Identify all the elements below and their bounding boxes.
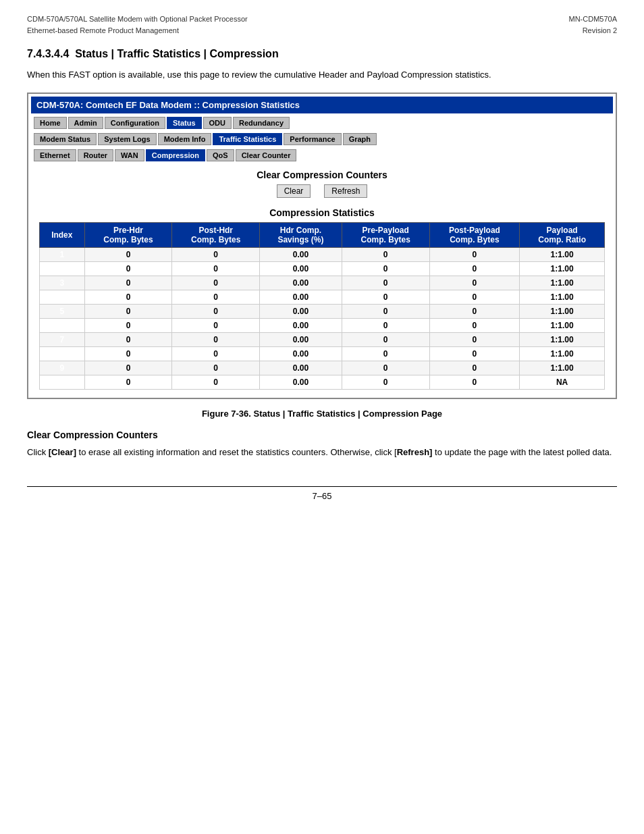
compression-stats-table: Index Pre-HdrComp. Bytes Post-HdrComp. B… [39,222,605,390]
refresh-bold-label: Refresh] [397,447,433,457]
section-title-text: Status | Traffic Statistics | Compressio… [75,48,278,59]
cell-hdr-savings: 0.00 [260,276,342,290]
cell-hdr-savings: 0.00 [260,375,342,389]
cell-pre-hdr: 0 [84,247,172,261]
cell-post-payload: 0 [429,332,520,346]
cell-hdr-savings: 0.00 [260,318,342,332]
nav-modem-status[interactable]: Modem Status [34,133,97,145]
cell-post-payload: 0 [429,375,520,389]
cell-index: 5 [40,304,85,318]
nav-compression[interactable]: Compression [146,149,205,161]
cell-index: 6 [40,318,85,332]
cell-ratio: NA [520,375,605,389]
cell-post-payload: 0 [429,261,520,276]
col-ratio: PayloadComp. Ratio [520,222,605,247]
cell-pre-hdr: 0 [84,375,172,389]
cell-post-hdr: 0 [172,375,260,389]
nav-row-1: Home Admin Configuration Status ODU Redu… [31,115,613,130]
cell-post-hdr: 0 [172,346,260,361]
section-title: 7.4.3.4.4 Status | Traffic Statistics | … [27,48,617,60]
comp-stats-title: Compression Statistics [39,207,605,218]
cell-index: 7 [40,332,85,346]
nav-home[interactable]: Home [34,117,67,129]
nav-redundancy[interactable]: Redundancy [233,117,290,129]
cell-post-payload: 0 [429,318,520,332]
table-row: 3 0 0 0.00 0 0 1:1.00 [40,276,605,290]
nav-clear-counter[interactable]: Clear Counter [236,149,297,161]
screenshot-box: CDM-570A: Comtech EF Data Modem :: Compr… [27,93,617,399]
cell-pre-payload: 0 [342,375,429,389]
clear-button[interactable]: Clear [277,184,311,198]
cell-post-payload: 0 [429,361,520,375]
table-row: 8 0 0 0.00 0 0 1:1.00 [40,346,605,361]
table-row: 1 0 0 0.00 0 0 1:1.00 [40,247,605,261]
nav-qos[interactable]: QoS [207,149,234,161]
nav-router[interactable]: Router [78,149,113,161]
cell-post-hdr: 0 [172,276,260,290]
nav-admin[interactable]: Admin [68,117,103,129]
cell-post-hdr: 0 [172,332,260,346]
nav-traffic-statistics[interactable]: Traffic Statistics [213,133,282,145]
cell-post-payload: 0 [429,290,520,304]
cell-pre-payload: 0 [342,276,429,290]
table-row: 5 0 0 0.00 0 0 1:1.00 [40,304,605,318]
table-row: 4 0 0 0.00 0 0 1:1.00 [40,290,605,304]
table-row: 7 0 0 0.00 0 0 1:1.00 [40,332,605,346]
doc-header-right: MN-CDM570A Revision 2 [568,14,617,36]
cell-ratio: 1:1.00 [520,361,605,375]
clear-bold-label: [Clear] [49,447,76,457]
cell-post-payload: 0 [429,346,520,361]
cell-ratio: 1:1.00 [520,304,605,318]
cell-hdr-savings: 0.00 [260,332,342,346]
cell-hdr-savings: 0.00 [260,247,342,261]
col-post-payload: Post-PayloadComp. Bytes [429,222,520,247]
cell-pre-payload: 0 [342,318,429,332]
cell-pre-hdr: 0 [84,318,172,332]
nav-wan[interactable]: WAN [115,149,144,161]
cell-ratio: 1:1.00 [520,290,605,304]
cell-ratio: 1:1.00 [520,332,605,346]
cell-hdr-savings: 0.00 [260,290,342,304]
cell-pre-hdr: 0 [84,332,172,346]
nav-graph[interactable]: Graph [343,133,377,145]
cell-post-payload: 0 [429,304,520,318]
cell-ratio: 1:1.00 [520,276,605,290]
doc-header-left: CDM-570A/570AL Satellite Modem with Opti… [27,14,248,36]
cell-ratio: 1:1.00 [520,247,605,261]
doc-header: CDM-570A/570AL Satellite Modem with Opti… [27,14,617,36]
nav-system-logs[interactable]: System Logs [98,133,156,145]
section-description: When this FAST option is available, use … [27,68,617,82]
col-hdr-savings: Hdr Comp.Savings (%) [260,222,342,247]
clear-counters-subsection-title: Clear Compression Counters [27,429,617,440]
cell-hdr-savings: 0.00 [260,304,342,318]
cell-ratio: 1:1.00 [520,318,605,332]
nav-performance[interactable]: Performance [284,133,341,145]
content-area: Clear Compression Counters Clear Refresh… [31,164,613,395]
cell-pre-hdr: 0 [84,304,172,318]
cell-post-hdr: 0 [172,290,260,304]
nav-modem-info[interactable]: Modem Info [158,133,212,145]
cell-pre-payload: 0 [342,361,429,375]
cell-pre-payload: 0 [342,290,429,304]
nav-status[interactable]: Status [167,117,202,129]
nav-configuration[interactable]: Configuration [105,117,165,129]
col-pre-hdr: Pre-HdrComp. Bytes [84,222,172,247]
table-row: 9 0 0 0.00 0 0 1:1.00 [40,361,605,375]
doc-title-line1: CDM-570A/570AL Satellite Modem with Opti… [27,14,248,25]
cell-pre-payload: 0 [342,332,429,346]
nav-ethernet[interactable]: Ethernet [34,149,76,161]
refresh-button[interactable]: Refresh [324,184,367,198]
doc-id-line1: MN-CDM570A [568,14,617,25]
nav-odu[interactable]: ODU [203,117,232,129]
cell-pre-hdr: 0 [84,346,172,361]
cell-index: 1 [40,247,85,261]
table-row: 2 0 0 0.00 0 0 1:1.00 [40,261,605,276]
cell-post-payload: 0 [429,247,520,261]
cell-index: 3 [40,276,85,290]
cell-post-hdr: 0 [172,318,260,332]
cell-pre-payload: 0 [342,304,429,318]
cell-pre-payload: 0 [342,247,429,261]
cell-pre-hdr: 0 [84,276,172,290]
table-row: 6 0 0 0.00 0 0 1:1.00 [40,318,605,332]
cell-post-hdr: 0 [172,304,260,318]
